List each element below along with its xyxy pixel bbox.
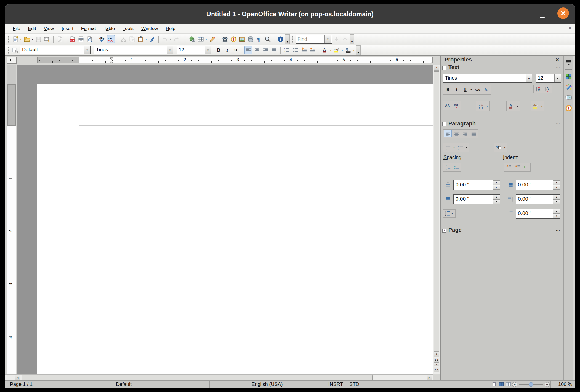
open-button[interactable] [23,35,31,43]
edit-file-button[interactable] [56,35,64,43]
expand-page-icon[interactable]: + [442,229,446,233]
toolbar-handle[interactable] [7,47,9,54]
paragraph-section-more-icon[interactable]: ... [556,120,560,125]
next-page-icon[interactable]: ▼▼ [434,367,439,372]
page-preview-button[interactable] [86,35,94,43]
table-button[interactable] [197,35,205,43]
draw-functions-button[interactable] [208,35,216,43]
document-as-email-button[interactable] [43,35,51,43]
align-center-button[interactable] [253,46,261,54]
shadow-button[interactable]: AA [482,86,490,93]
paragraph-background-button[interactable] [495,144,502,151]
copy-button[interactable] [128,35,136,43]
gallery-button[interactable] [238,35,246,43]
table-dropdown-icon[interactable]: ▾ [205,35,208,43]
collapse-paragraph-icon[interactable]: − [442,122,446,126]
single-page-view-icon[interactable] [491,382,497,387]
scroll-down-icon[interactable]: ▼ [434,351,439,357]
status-insert-mode[interactable]: INSRT [325,382,347,387]
numbering-button[interactable]: 12 [456,144,464,151]
increase-indent-button[interactable] [308,46,316,54]
chevron-down-icon[interactable]: ▾ [503,143,506,152]
chevron-down-icon[interactable]: ▾ [451,209,454,218]
zoom-button[interactable] [264,35,272,43]
spinner-arrows[interactable]: ▲▼ [553,180,560,190]
undo-dropdown-icon[interactable]: ▾ [169,35,172,43]
chevron-down-icon[interactable]: ▼ [324,35,331,43]
formatting-marks-button[interactable]: ¶ [255,35,263,43]
bullets-button[interactable] [444,144,452,151]
sidebar-tab-properties[interactable] [565,73,572,80]
paste-dropdown-icon[interactable]: ▾ [145,35,148,43]
highlighting-button[interactable]: ab [333,46,341,54]
open-dropdown-icon[interactable]: ▾ [31,35,34,43]
status-selection-mode[interactable]: STD [347,382,362,387]
hyperlink-button[interactable] [188,35,196,43]
book-view-icon[interactable] [505,382,511,387]
find-down-button[interactable] [332,35,340,43]
vertical-scrollbar-thumb[interactable] [434,71,439,352]
spinner-arrows[interactable]: ▲▼ [553,195,560,204]
uppercase-button[interactable]: AA [444,102,452,109]
decrease-spacing-button[interactable] [453,164,460,171]
align-justify-button[interactable] [270,46,278,54]
styles-formatting-button[interactable] [11,46,19,54]
menu-table[interactable]: Table [100,25,119,33]
horizontal-scrollbar[interactable]: ◀ ▶ [5,374,433,380]
italic-button[interactable]: I [223,46,231,54]
new-document-button[interactable] [11,35,19,43]
menu-insert[interactable]: Insert [58,25,77,33]
chevron-down-icon[interactable]: ▼ [554,74,561,82]
font-color-button[interactable]: A [507,103,515,110]
increase-font-size-button[interactable]: A [534,85,542,93]
menu-help[interactable]: Help [162,25,179,33]
underline-button[interactable]: U [232,46,240,54]
menu-file[interactable]: File [9,25,24,33]
panel-font-name-combo[interactable]: Tinos ▼ [443,74,532,83]
align-right-button[interactable] [461,130,469,137]
toolbar-handle[interactable] [7,36,9,43]
indent-marker[interactable] [110,57,113,63]
menu-view[interactable]: View [40,25,58,33]
decrease-font-size-button[interactable]: A [543,85,551,93]
toolbar-overflow-button[interactable]: ▾ [285,34,290,44]
sidebar-menu-icon[interactable] [565,58,572,66]
numbering-button[interactable]: 12 [283,46,291,54]
decrease-indent-button[interactable] [513,164,521,171]
highlighting-button[interactable]: ab [532,103,539,110]
redo-dropdown-icon[interactable]: ▾ [180,35,183,43]
panel-font-size-combo[interactable]: 12 ▼ [536,74,561,83]
chevron-down-icon[interactable]: ▾ [486,102,489,110]
zoom-slider[interactable]: − + [512,382,550,388]
multi-page-view-icon[interactable] [498,382,504,387]
highlighting-dropdown-icon[interactable]: ▾ [341,46,344,54]
collapse-text-icon[interactable]: − [442,66,446,70]
redo-button[interactable] [172,35,180,43]
above-spacing-field[interactable]: 0.00 " ▲▼ [453,180,500,190]
scroll-left-icon[interactable]: ◀ [15,375,20,380]
chevron-down-icon[interactable]: ▼ [205,46,211,54]
close-button[interactable] [557,7,569,19]
align-left-button[interactable] [444,130,452,137]
italic-button[interactable]: I [453,86,460,93]
find-replace-button[interactable] [221,35,229,43]
align-right-button[interactable] [262,46,270,54]
close-document-icon[interactable]: × [569,26,571,30]
navigation-icon[interactable]: • [434,363,439,366]
first-line-indent-field[interactable]: 0.00 " ▲▼ [516,209,560,219]
status-language[interactable]: English (USA) [209,382,325,387]
format-paintbrush-button[interactable] [148,35,156,43]
align-left-button[interactable] [244,46,252,54]
cut-button[interactable] [119,35,127,43]
font-size-combo[interactable]: 12 ▼ [177,46,211,54]
bold-button[interactable]: B [215,46,223,54]
zoom-in-icon[interactable]: + [545,382,550,387]
background-color-button[interactable] [344,46,352,54]
print-button[interactable] [77,35,85,43]
find-combo[interactable]: ▼ [296,35,332,44]
chevron-down-icon[interactable]: ▾ [540,102,543,110]
decrease-indent-button[interactable] [300,46,308,54]
panel-close-icon[interactable]: ✕ [555,57,560,63]
paragraph-style-combo[interactable]: Default ▼ [20,46,91,54]
zoom-out-icon[interactable]: − [512,382,517,387]
